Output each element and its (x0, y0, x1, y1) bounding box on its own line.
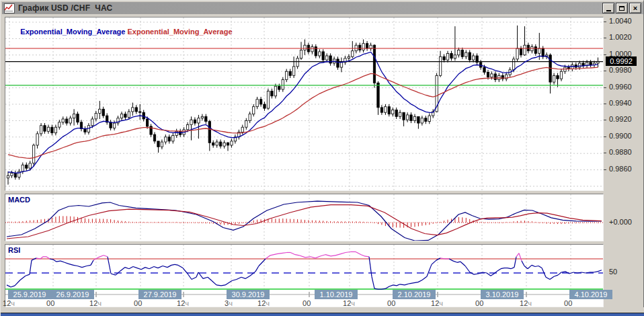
price-label: 1.0040 (609, 17, 632, 25)
price-tick (604, 71, 606, 71)
time-label: 12ч (343, 299, 363, 307)
date-label: 26.9.2019 (51, 290, 94, 299)
price-label: 0.9880 (609, 148, 632, 156)
price-tick (604, 87, 606, 88)
macd-label: MACD (8, 196, 30, 204)
price-label: 0.9960 (609, 83, 632, 91)
date-label: 27.9.2019 (138, 290, 182, 299)
window-bottom-frame (1, 307, 644, 316)
time-label: 12ч (177, 299, 197, 307)
time-label: 00 (387, 299, 407, 307)
price-tick (604, 54, 606, 55)
price-axis: 0.9992 1.00401.00201.00000.99800.99600.9… (604, 17, 644, 307)
price-tick (604, 136, 606, 137)
date-label: 2.10.2019 (393, 290, 436, 299)
price-label: 0.9940 (609, 99, 632, 107)
time-label: 12ч (3, 299, 23, 307)
current-price-badge: 0.9992 (606, 56, 637, 66)
price-tick (604, 104, 606, 104)
time-label: 00 (134, 299, 154, 307)
time-label: 00 (303, 299, 323, 307)
time-label: 12ч (257, 299, 278, 307)
legend-ema-fast: Exponential_Moving_Average (20, 28, 125, 36)
price-tick (604, 120, 606, 120)
minimize-icon (606, 10, 611, 11)
rsi-label: RSI (8, 246, 20, 254)
macd-pane[interactable]: MACD (5, 194, 604, 241)
price-label: 1.0000 (609, 50, 632, 58)
rsi-pane[interactable]: RSI 25.9.201926.9.201927.9.201930.9.2019… (5, 244, 604, 307)
price-tick (604, 153, 606, 153)
price-label: 0.9920 (609, 115, 632, 123)
date-label: 4.10.2019 (569, 290, 612, 299)
minimize-button[interactable] (602, 3, 614, 13)
time-label: 3ч (225, 299, 245, 307)
macd-zero-label: +0.000 (609, 218, 632, 226)
price-label: 0.9900 (609, 132, 632, 140)
maximize-button[interactable] (616, 3, 628, 13)
rsi-50-label: 50 (609, 268, 617, 276)
date-label: 25.9.2019 (8, 290, 51, 299)
maximize-icon (619, 6, 625, 11)
price-tick (604, 38, 606, 38)
title-bar[interactable]: График USD /CHF ЧАС × (2, 2, 643, 14)
chart-window: График USD /CHF ЧАС × Exponential_Moving… (0, 0, 644, 316)
price-label: 0.9980 (609, 66, 632, 74)
date-label: 1.10.2019 (315, 290, 358, 299)
time-label: 12ч (520, 299, 540, 307)
price-label: 0.9860 (609, 165, 632, 173)
price-chart-pane[interactable]: Exponential_Moving_Average Exponential_M… (5, 17, 604, 191)
macd-chart (5, 194, 603, 241)
window-title: График USD /CHF ЧАС (18, 3, 112, 13)
time-label: 00 (46, 299, 67, 307)
time-label: 12ч (89, 299, 110, 307)
close-button[interactable]: × (629, 3, 641, 13)
time-label: 00 (564, 299, 584, 307)
price-label: 1.0020 (609, 33, 632, 41)
price-tick (604, 169, 606, 170)
date-label: 3.10.2019 (481, 290, 524, 299)
price-tick (604, 22, 606, 22)
desktop-edge (1, 313, 644, 316)
legend-ema-slow: Exponential_Moving_Average (128, 28, 233, 36)
time-label: 00 (475, 299, 495, 307)
date-label: 30.9.2019 (227, 290, 270, 299)
close-icon: × (633, 5, 637, 11)
time-label: 12ч (431, 299, 451, 307)
chart-icon (4, 3, 15, 13)
indicator-legend: Exponential_Moving_Average Exponential_M… (8, 19, 233, 44)
